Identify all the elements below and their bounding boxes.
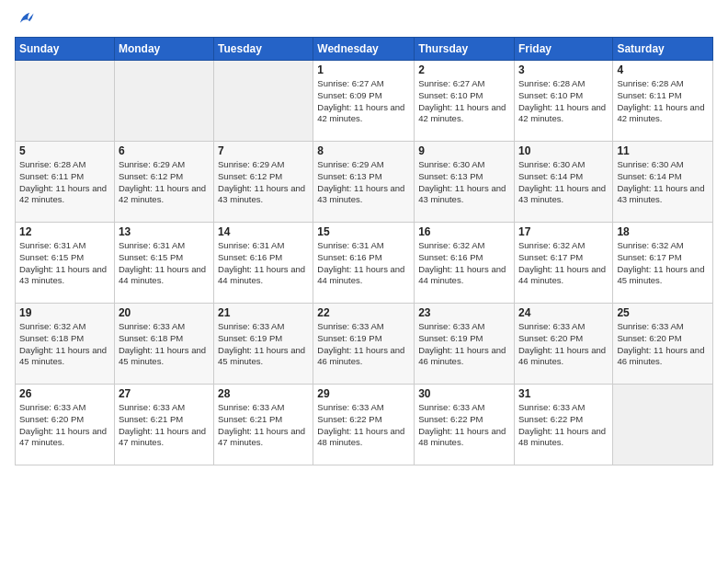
- day-number: 17: [518, 225, 609, 238]
- calendar-cell: [613, 385, 713, 465]
- day-number: 5: [19, 144, 110, 157]
- day-number: 10: [518, 144, 609, 157]
- day-number: 20: [119, 306, 210, 319]
- calendar-cell: 1Sunrise: 6:27 AMSunset: 6:09 PMDaylight…: [313, 61, 415, 142]
- calendar-week-3: 12Sunrise: 6:31 AMSunset: 6:15 PMDayligh…: [16, 223, 713, 304]
- day-number: 13: [119, 225, 210, 238]
- day-info: Sunrise: 6:33 AMSunset: 6:20 PMDaylight:…: [518, 321, 609, 368]
- calendar-cell: 17Sunrise: 6:32 AMSunset: 6:17 PMDayligh…: [514, 223, 612, 304]
- calendar-cell: [214, 61, 313, 142]
- calendar-cell: 31Sunrise: 6:33 AMSunset: 6:22 PMDayligh…: [514, 385, 612, 465]
- day-info: Sunrise: 6:30 AMSunset: 6:14 PMDaylight:…: [617, 159, 709, 206]
- day-number: 12: [19, 225, 110, 238]
- day-number: 3: [518, 63, 609, 76]
- calendar-cell: 6Sunrise: 6:29 AMSunset: 6:12 PMDaylight…: [114, 142, 213, 223]
- day-info: Sunrise: 6:33 AMSunset: 6:21 PMDaylight:…: [119, 402, 210, 449]
- weekday-header-monday: Monday: [114, 38, 213, 61]
- calendar-cell: 9Sunrise: 6:30 AMSunset: 6:13 PMDaylight…: [415, 142, 515, 223]
- calendar-cell: 30Sunrise: 6:33 AMSunset: 6:22 PMDayligh…: [415, 385, 515, 465]
- day-info: Sunrise: 6:31 AMSunset: 6:15 PMDaylight:…: [19, 240, 110, 287]
- calendar-cell: 18Sunrise: 6:32 AMSunset: 6:17 PMDayligh…: [613, 223, 713, 304]
- day-info: Sunrise: 6:33 AMSunset: 6:21 PMDaylight:…: [218, 402, 309, 449]
- day-number: 9: [418, 144, 510, 157]
- day-number: 4: [617, 63, 709, 76]
- day-info: Sunrise: 6:29 AMSunset: 6:13 PMDaylight:…: [317, 159, 410, 206]
- day-info: Sunrise: 6:32 AMSunset: 6:17 PMDaylight:…: [617, 240, 709, 287]
- day-number: 28: [218, 387, 309, 400]
- calendar-cell: 28Sunrise: 6:33 AMSunset: 6:21 PMDayligh…: [214, 385, 313, 465]
- calendar-week-4: 19Sunrise: 6:32 AMSunset: 6:18 PMDayligh…: [16, 304, 713, 385]
- day-number: 31: [518, 387, 609, 400]
- weekday-header-sunday: Sunday: [16, 38, 115, 61]
- weekday-header-wednesday: Wednesday: [313, 38, 415, 61]
- calendar-cell: 8Sunrise: 6:29 AMSunset: 6:13 PMDaylight…: [313, 142, 415, 223]
- day-info: Sunrise: 6:33 AMSunset: 6:20 PMDaylight:…: [617, 321, 709, 368]
- day-number: 30: [418, 387, 510, 400]
- day-number: 26: [19, 387, 110, 400]
- day-info: Sunrise: 6:32 AMSunset: 6:18 PMDaylight:…: [19, 321, 110, 368]
- day-number: 14: [218, 225, 309, 238]
- day-number: 21: [218, 306, 309, 319]
- day-info: Sunrise: 6:29 AMSunset: 6:12 PMDaylight:…: [218, 159, 309, 206]
- day-info: Sunrise: 6:33 AMSunset: 6:22 PMDaylight:…: [418, 402, 510, 449]
- calendar-week-2: 5Sunrise: 6:28 AMSunset: 6:11 PMDaylight…: [16, 142, 713, 223]
- logo-icon: [15, 9, 35, 29]
- day-info: Sunrise: 6:33 AMSunset: 6:19 PMDaylight:…: [218, 321, 309, 368]
- day-number: 19: [19, 306, 110, 319]
- day-number: 2: [418, 63, 510, 76]
- day-number: 23: [418, 306, 510, 319]
- calendar-cell: 19Sunrise: 6:32 AMSunset: 6:18 PMDayligh…: [16, 304, 115, 385]
- day-info: Sunrise: 6:28 AMSunset: 6:11 PMDaylight:…: [617, 78, 709, 125]
- calendar-cell: 10Sunrise: 6:30 AMSunset: 6:14 PMDayligh…: [514, 142, 612, 223]
- day-number: 22: [317, 306, 410, 319]
- calendar-cell: 15Sunrise: 6:31 AMSunset: 6:16 PMDayligh…: [313, 223, 415, 304]
- calendar-cell: [114, 61, 213, 142]
- calendar-cell: 21Sunrise: 6:33 AMSunset: 6:19 PMDayligh…: [214, 304, 313, 385]
- day-info: Sunrise: 6:33 AMSunset: 6:18 PMDaylight:…: [119, 321, 210, 368]
- day-info: Sunrise: 6:30 AMSunset: 6:14 PMDaylight:…: [518, 159, 609, 206]
- day-number: 7: [218, 144, 309, 157]
- calendar-cell: 3Sunrise: 6:28 AMSunset: 6:10 PMDaylight…: [514, 61, 612, 142]
- calendar-cell: 22Sunrise: 6:33 AMSunset: 6:19 PMDayligh…: [313, 304, 415, 385]
- day-info: Sunrise: 6:32 AMSunset: 6:16 PMDaylight:…: [418, 240, 510, 287]
- day-number: 18: [617, 225, 709, 238]
- day-info: Sunrise: 6:27 AMSunset: 6:09 PMDaylight:…: [317, 78, 410, 125]
- calendar-week-1: 1Sunrise: 6:27 AMSunset: 6:09 PMDaylight…: [16, 61, 713, 142]
- calendar-cell: 27Sunrise: 6:33 AMSunset: 6:21 PMDayligh…: [114, 385, 213, 465]
- day-info: Sunrise: 6:33 AMSunset: 6:19 PMDaylight:…: [317, 321, 410, 368]
- day-number: 1: [317, 63, 410, 76]
- calendar-cell: 14Sunrise: 6:31 AMSunset: 6:16 PMDayligh…: [214, 223, 313, 304]
- day-info: Sunrise: 6:33 AMSunset: 6:22 PMDaylight:…: [518, 402, 609, 449]
- day-number: 27: [119, 387, 210, 400]
- day-number: 15: [317, 225, 410, 238]
- calendar-cell: 5Sunrise: 6:28 AMSunset: 6:11 PMDaylight…: [16, 142, 115, 223]
- calendar-cell: 13Sunrise: 6:31 AMSunset: 6:15 PMDayligh…: [114, 223, 213, 304]
- day-info: Sunrise: 6:28 AMSunset: 6:11 PMDaylight:…: [19, 159, 110, 206]
- calendar-cell: 16Sunrise: 6:32 AMSunset: 6:16 PMDayligh…: [415, 223, 515, 304]
- calendar-table: SundayMondayTuesdayWednesdayThursdayFrid…: [15, 37, 713, 465]
- calendar-header-row: SundayMondayTuesdayWednesdayThursdayFrid…: [16, 38, 713, 61]
- day-number: 8: [317, 144, 410, 157]
- logo: [15, 9, 39, 29]
- day-info: Sunrise: 6:32 AMSunset: 6:17 PMDaylight:…: [518, 240, 609, 287]
- day-info: Sunrise: 6:33 AMSunset: 6:20 PMDaylight:…: [19, 402, 110, 449]
- calendar-cell: [16, 61, 115, 142]
- calendar-cell: 11Sunrise: 6:30 AMSunset: 6:14 PMDayligh…: [613, 142, 713, 223]
- weekday-header-tuesday: Tuesday: [214, 38, 313, 61]
- calendar-cell: 7Sunrise: 6:29 AMSunset: 6:12 PMDaylight…: [214, 142, 313, 223]
- page-header: [15, 9, 713, 29]
- calendar-cell: 26Sunrise: 6:33 AMSunset: 6:20 PMDayligh…: [16, 385, 115, 465]
- calendar-cell: 24Sunrise: 6:33 AMSunset: 6:20 PMDayligh…: [514, 304, 612, 385]
- day-number: 29: [317, 387, 410, 400]
- calendar-cell: 12Sunrise: 6:31 AMSunset: 6:15 PMDayligh…: [16, 223, 115, 304]
- day-info: Sunrise: 6:31 AMSunset: 6:16 PMDaylight:…: [317, 240, 410, 287]
- day-number: 24: [518, 306, 609, 319]
- calendar-week-5: 26Sunrise: 6:33 AMSunset: 6:20 PMDayligh…: [16, 385, 713, 465]
- calendar-cell: 20Sunrise: 6:33 AMSunset: 6:18 PMDayligh…: [114, 304, 213, 385]
- day-number: 11: [617, 144, 709, 157]
- calendar-cell: 25Sunrise: 6:33 AMSunset: 6:20 PMDayligh…: [613, 304, 713, 385]
- day-info: Sunrise: 6:29 AMSunset: 6:12 PMDaylight:…: [119, 159, 210, 206]
- calendar-cell: 4Sunrise: 6:28 AMSunset: 6:11 PMDaylight…: [613, 61, 713, 142]
- day-info: Sunrise: 6:33 AMSunset: 6:22 PMDaylight:…: [317, 402, 410, 449]
- day-info: Sunrise: 6:31 AMSunset: 6:16 PMDaylight:…: [218, 240, 309, 287]
